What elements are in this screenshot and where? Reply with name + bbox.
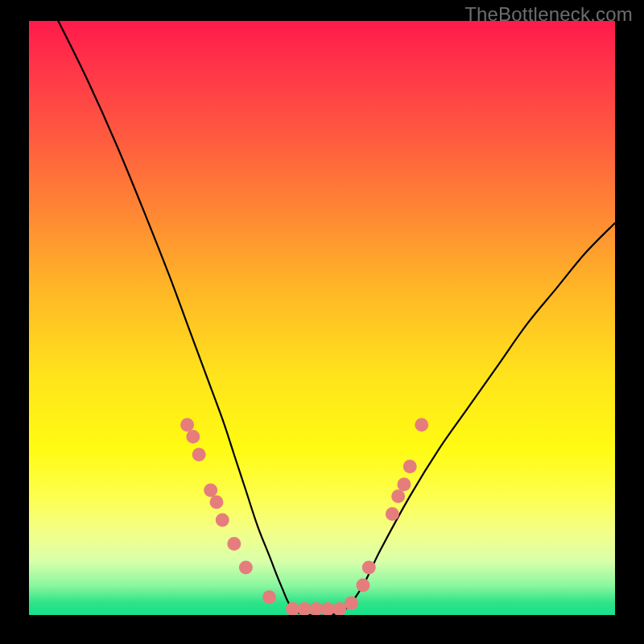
gpu-point (362, 560, 376, 574)
gpu-point (216, 513, 229, 526)
gpu-point (262, 590, 276, 604)
gpu-point (321, 602, 335, 615)
gpu-point (309, 602, 323, 615)
gpu-point (403, 460, 417, 473)
gpu-point (186, 430, 200, 444)
plot-area (29, 21, 615, 615)
chart-svg (29, 21, 615, 615)
gpu-point (415, 418, 428, 431)
gpu-point (192, 448, 206, 461)
gpu-point (356, 579, 369, 592)
gpu-point (298, 602, 312, 615)
gpu-point (227, 537, 241, 551)
gpu-point (286, 602, 299, 615)
chart-frame: TheBottleneck.com (0, 0, 644, 644)
gpu-point (180, 418, 194, 431)
gpu-point (209, 495, 223, 509)
gpu-point (391, 489, 405, 503)
gpu-point (397, 477, 411, 491)
gpu-points-group (180, 418, 428, 615)
gpu-point (204, 484, 217, 497)
gpu-point (239, 560, 253, 574)
gpu-point (332, 602, 346, 615)
gpu-point (345, 597, 358, 610)
bottleneck-curve (58, 21, 615, 615)
gpu-point (386, 507, 399, 521)
